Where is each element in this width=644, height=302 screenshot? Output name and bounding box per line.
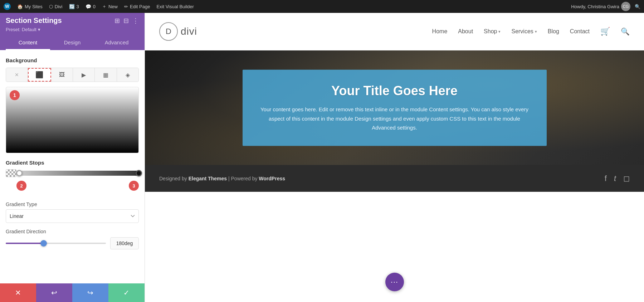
panel-header: Section Settings ⊞ ⊟ ⋮ Preset: Default ▾… [0, 13, 145, 50]
gradient-stops-label: Gradient Stops [6, 160, 139, 166]
bg-type-mask[interactable]: ◈ [117, 68, 138, 82]
comments-icon: 💬 [86, 4, 91, 9]
tab-content[interactable]: Content [6, 36, 50, 50]
direction-thumb[interactable] [40, 240, 47, 247]
wp-logo-item[interactable]: W [4, 3, 11, 10]
wp-icon: W [4, 3, 11, 10]
video-icon: ▶ [82, 72, 86, 78]
stop-dot-white[interactable] [16, 170, 23, 176]
facebook-icon[interactable]: f [605, 174, 607, 183]
gradient-type-label: Gradient Type [6, 201, 139, 207]
bg-type-image[interactable]: 🖼 [51, 68, 73, 82]
more-icon[interactable]: ⋮ [132, 17, 139, 25]
gradient-direction-row: 180deg [6, 237, 139, 249]
nav-home[interactable]: Home [432, 28, 448, 35]
logo-text: divi [181, 26, 197, 37]
comments-item[interactable]: 💬 0 [86, 4, 96, 9]
gradient-direction-label: Gradient Direction [6, 229, 139, 234]
stop-badge-2: 2 [16, 181, 26, 191]
panel-footer: ✕ ↩ ↪ ✓ [0, 283, 145, 302]
mask-icon: ◈ [126, 72, 130, 78]
site-header: D divi Home About Shop ▾ [145, 13, 644, 50]
plus-icon: ＋ [102, 3, 107, 10]
new-item[interactable]: ＋ New [102, 3, 118, 10]
nav-about-label: About [458, 28, 473, 35]
services-chevron-icon: ▾ [535, 29, 537, 34]
pattern-icon: ▦ [103, 72, 108, 78]
nav-contact-label: Contact [570, 28, 590, 35]
direction-slider-fill [6, 243, 44, 244]
bg-type-video[interactable]: ▶ [73, 68, 95, 82]
preset-chevron: ▾ [38, 27, 40, 32]
gradient-direction-value[interactable]: 180deg [110, 237, 139, 249]
pencil-icon: ✏ [124, 4, 128, 9]
page-area: D divi Home About Shop ▾ [145, 13, 644, 302]
gradient-type-select[interactable]: Linear Radial Conic [6, 209, 139, 223]
confirm-button[interactable]: ✓ [108, 283, 145, 302]
updates-item[interactable]: 🔄 3 [69, 4, 79, 9]
tab-advanced[interactable]: Advanced [94, 36, 139, 50]
gradient-badge-1: 1 [10, 90, 20, 100]
color-icon: ⬛ [35, 71, 43, 79]
my-sites-icon: 🏠 [17, 4, 23, 9]
bg-type-none[interactable]: ✕ [6, 68, 28, 82]
nav-search-icon[interactable]: 🔍 [621, 27, 630, 36]
hero-content-box[interactable]: Your Title Goes Here Your content goes h… [243, 70, 547, 146]
undo-icon: ↩ [51, 288, 57, 297]
cancel-button[interactable]: ✕ [0, 283, 36, 302]
floating-dots-icon: ··· [391, 278, 398, 286]
stop-dot-black[interactable] [136, 170, 142, 176]
footer-text: Designed by Elegant Themes | Powered by … [159, 176, 285, 181]
footer-elegant-themes: Elegant Themes [189, 176, 227, 181]
nav-blog[interactable]: Blog [548, 28, 559, 35]
nav-services-label: Services [511, 28, 533, 35]
columns-icon[interactable]: ⊟ [123, 17, 129, 25]
updates-count: 3 [77, 4, 79, 9]
expand-icon[interactable]: ⊞ [114, 17, 120, 25]
panel-tabs: Content Design Advanced [6, 36, 139, 50]
edit-page-item[interactable]: ✏ Edit Page [124, 4, 150, 9]
redo-button[interactable]: ↪ [72, 283, 108, 302]
gradient-preview[interactable]: 1 [6, 87, 139, 153]
hero-section: Your Title Goes Here Your content goes h… [145, 50, 644, 165]
nav-services[interactable]: Services ▾ [511, 28, 537, 35]
panel-header-top: Section Settings ⊞ ⊟ ⋮ [6, 16, 139, 25]
gradient-direction-slider[interactable] [6, 243, 106, 244]
panel-preset[interactable]: Preset: Default ▾ [6, 27, 139, 32]
nav-contact[interactable]: Contact [570, 28, 590, 35]
footer-wordpress: WordPress [259, 176, 285, 181]
comments-count: 0 [93, 4, 96, 9]
divi-item[interactable]: ⬡ Divi [49, 4, 63, 9]
redo-icon: ↪ [87, 288, 93, 297]
search-admin-item[interactable]: 🔍 [635, 4, 640, 9]
bg-type-color[interactable]: ⬛ [28, 68, 51, 82]
nav-cart-icon[interactable]: 🛒 [600, 27, 610, 36]
nav-shop[interactable]: Shop ▾ [484, 28, 501, 35]
tab-design[interactable]: Design [50, 36, 94, 50]
site-logo[interactable]: D divi [159, 22, 197, 41]
main-area: Section Settings ⊞ ⊟ ⋮ Preset: Default ▾… [0, 13, 644, 302]
bg-type-pattern[interactable]: ▦ [95, 68, 117, 82]
updates-icon: 🔄 [69, 4, 75, 9]
user-greeting[interactable]: Howdy, Christina Gwira CG [571, 2, 630, 11]
instagram-icon[interactable]: ◻ [623, 174, 630, 183]
nav-about[interactable]: About [458, 28, 473, 35]
gradient-track[interactable] [19, 171, 139, 176]
user-label: Howdy, Christina Gwira [571, 4, 619, 9]
image-icon: 🖼 [59, 72, 65, 78]
user-avatar: CG [621, 2, 630, 11]
divi-label: Divi [55, 4, 63, 9]
undo-button[interactable]: ↩ [36, 283, 72, 302]
divi-icon: ⬡ [49, 4, 53, 9]
my-sites-item[interactable]: 🏠 My Sites [17, 4, 43, 9]
background-label: Background [6, 57, 139, 63]
none-icon: ✕ [15, 72, 19, 78]
exit-builder-item[interactable]: Exit Visual Builder [156, 4, 194, 9]
logo-circle: D [159, 22, 178, 41]
stop-preview-box[interactable] [6, 169, 16, 177]
twitter-icon[interactable]: t [614, 174, 616, 183]
floating-action-button[interactable]: ··· [385, 273, 404, 291]
shop-chevron-icon: ▾ [498, 29, 501, 34]
edit-page-label: Edit Page [130, 4, 150, 9]
section-settings-panel: Section Settings ⊞ ⊟ ⋮ Preset: Default ▾… [0, 13, 145, 302]
